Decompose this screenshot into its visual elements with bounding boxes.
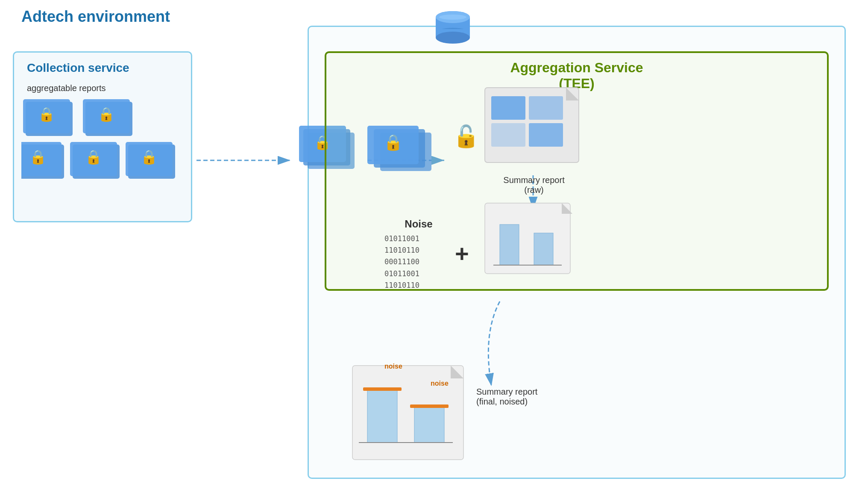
svg-rect-56 <box>410 404 449 408</box>
adtech-environment-label: Adtech environment <box>21 8 170 26</box>
noise-annotation-2: noise <box>431 380 449 387</box>
summary-report-final-label: Summary report (final, noised) <box>476 387 537 407</box>
svg-text:🔒: 🔒 <box>85 149 102 165</box>
noise-binary: 01011001 11010110 00011100 01011001 1101… <box>384 233 419 291</box>
summary-report-final-card <box>350 363 470 466</box>
plus-sign: + <box>455 239 469 267</box>
collection-service-sublabel: aggregatable reports <box>27 83 106 93</box>
agg-report-stack: 🔒 <box>359 124 440 197</box>
svg-rect-45 <box>485 203 570 274</box>
svg-rect-41 <box>529 123 563 147</box>
svg-rect-47 <box>534 233 553 265</box>
diagram-container: Adtech environment Collection service ag… <box>0 0 868 496</box>
svg-text:🔒: 🔒 <box>38 106 55 122</box>
svg-point-28 <box>439 15 466 20</box>
svg-rect-40 <box>491 123 525 147</box>
svg-text:🔒: 🔒 <box>141 149 158 165</box>
aggregation-service-label-line1: Aggregation Service <box>326 60 827 76</box>
collection-report-cards: 🔒 🔒 🔒 🔒 🔒 <box>21 98 184 214</box>
svg-rect-38 <box>491 96 525 120</box>
svg-text:🔒: 🔒 <box>384 133 403 151</box>
bar-chart-raw <box>483 201 577 278</box>
arrow-collection-to-middle <box>194 154 297 167</box>
open-lock-icon: 🔓 <box>453 124 479 149</box>
noise-annotation-1: noise <box>384 363 402 370</box>
svg-rect-55 <box>363 387 402 391</box>
collection-service-label: Collection service <box>27 61 129 75</box>
svg-rect-39 <box>529 96 563 120</box>
database-icon <box>431 8 474 50</box>
noise-label: Noise <box>393 218 444 230</box>
svg-rect-46 <box>500 224 519 265</box>
svg-rect-52 <box>367 389 397 443</box>
svg-point-32 <box>436 32 470 44</box>
svg-rect-53 <box>414 406 444 443</box>
svg-text:🔒: 🔒 <box>29 149 47 165</box>
summary-report-raw-label: Summary report (raw) <box>491 175 577 195</box>
summary-report-raw-card <box>483 86 585 171</box>
svg-text:🔒: 🔒 <box>98 106 115 122</box>
